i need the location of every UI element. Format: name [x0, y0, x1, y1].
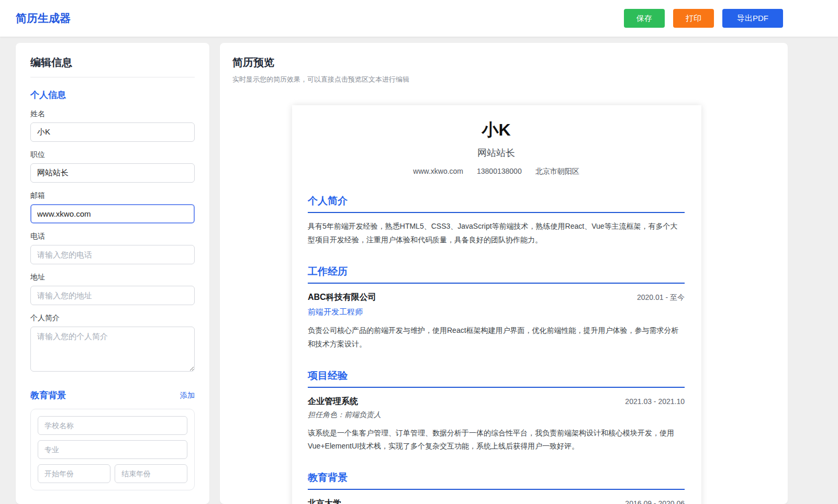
print-button[interactable]: 打印 — [673, 9, 714, 28]
preview-title: 简历预览 — [232, 55, 775, 70]
email-field-group: 邮箱 — [30, 191, 195, 223]
position-label: 职位 — [30, 150, 195, 160]
resume-contacts: www.xkwo.com 13800138000 北京市朝阳区 — [308, 167, 685, 176]
address-field-group: 地址 — [30, 273, 195, 305]
editor-panel: 编辑信息 个人信息 姓名 职位 邮箱 电话 地址 个人简介 教育背景 — [16, 43, 209, 504]
contact-address[interactable]: 北京市朝阳区 — [535, 167, 579, 176]
preview-subtitle: 实时显示您的简历效果，可以直接点击预览区文本进行编辑 — [232, 75, 775, 84]
work-company[interactable]: ABC科技有限公司 — [308, 292, 376, 303]
school-name-input[interactable] — [38, 416, 187, 435]
add-education-link[interactable]: 添加 — [180, 391, 195, 400]
email-input[interactable] — [30, 204, 195, 223]
address-input[interactable] — [30, 286, 195, 305]
app-title: 简历生成器 — [16, 11, 71, 26]
work-position[interactable]: 前端开发工程师 — [308, 307, 685, 317]
name-field-group: 姓名 — [30, 109, 195, 142]
export-pdf-button[interactable]: 导出PDF — [722, 9, 783, 28]
email-label: 邮箱 — [30, 191, 195, 200]
resume-profile-title: 个人简介 — [308, 194, 685, 213]
resume-work-title: 工作经历 — [308, 265, 685, 284]
preview-panel: 简历预览 实时显示您的简历效果，可以直接点击预览区文本进行编辑 小K 网站站长 … — [220, 43, 788, 504]
education-years-row — [38, 464, 187, 483]
education-section-title: 教育背景 — [30, 389, 66, 401]
resume-paper: 小K 网站站长 www.xkwo.com 13800138000 北京市朝阳区 … — [292, 105, 701, 504]
phone-input[interactable] — [30, 245, 195, 264]
bio-textarea[interactable] — [30, 327, 195, 372]
personal-info-section-title: 个人信息 — [30, 89, 195, 101]
education-school[interactable]: 北京大学 — [308, 498, 341, 504]
resume-profile-section: 个人简介 具有5年前端开发经验，熟悉HTML5、CSS3、JavaScript等… — [308, 194, 685, 247]
main-layout: 编辑信息 个人信息 姓名 职位 邮箱 电话 地址 个人简介 教育背景 — [0, 43, 838, 504]
end-year-input[interactable] — [115, 464, 187, 483]
bio-label: 个人简介 — [30, 313, 195, 323]
education-entry-card — [30, 409, 195, 490]
editor-title: 编辑信息 — [30, 55, 195, 77]
save-button[interactable]: 保存 — [624, 9, 665, 28]
project-role[interactable]: 担任角色：前端负责人 — [308, 410, 685, 420]
education-item-header: 北京大学 2016.09 - 2020.06 — [308, 498, 685, 504]
resume-project-title: 项目经验 — [308, 369, 685, 388]
education-section-header: 教育背景 添加 — [30, 389, 195, 401]
project-period[interactable]: 2021.03 - 2021.10 — [625, 397, 685, 406]
work-period[interactable]: 2020.01 - 至今 — [637, 293, 685, 303]
resume-profile-text[interactable]: 具有5年前端开发经验，熟悉HTML5、CSS3、JavaScript等前端技术，… — [308, 220, 685, 247]
resume-job-title[interactable]: 网站站长 — [308, 147, 685, 159]
education-period[interactable]: 2016.09 - 2020.06 — [625, 499, 685, 504]
resume-education-title: 教育背景 — [308, 471, 685, 490]
bio-field-group: 个人简介 — [30, 313, 195, 374]
project-description[interactable]: 该系统是一个集客户管理、订单管理、数据分析于一体的综合性平台，我负责前端架构设计… — [308, 427, 685, 454]
resume-project-section: 项目经验 企业管理系统 2021.03 - 2021.10 担任角色：前端负责人… — [308, 369, 685, 454]
work-item-header: ABC科技有限公司 2020.01 - 至今 — [308, 292, 685, 303]
resume-work-section: 工作经历 ABC科技有限公司 2020.01 - 至今 前端开发工程师 负责公司… — [308, 265, 685, 351]
contact-website[interactable]: www.xkwo.com — [413, 167, 463, 176]
resume-name[interactable]: 小K — [308, 119, 685, 142]
topbar-actions: 保存 打印 导出PDF — [624, 9, 783, 28]
address-label: 地址 — [30, 273, 195, 282]
major-input[interactable] — [38, 440, 187, 459]
top-bar: 简历生成器 保存 打印 导出PDF — [0, 0, 838, 37]
name-input[interactable] — [30, 122, 195, 142]
work-description[interactable]: 负责公司核心产品的前端开发与维护，使用React框架构建用户界面，优化前端性能，… — [308, 324, 685, 351]
project-item-header: 企业管理系统 2021.03 - 2021.10 — [308, 396, 685, 407]
position-input[interactable] — [30, 163, 195, 183]
resume-header: 小K 网站站长 www.xkwo.com 13800138000 北京市朝阳区 — [308, 119, 685, 176]
resume-education-section: 教育背景 北京大学 2016.09 - 2020.06 计算机科学与技术 - 本… — [308, 471, 685, 504]
contact-phone[interactable]: 13800138000 — [477, 167, 522, 176]
position-field-group: 职位 — [30, 150, 195, 183]
start-year-input[interactable] — [38, 464, 110, 483]
project-name[interactable]: 企业管理系统 — [308, 396, 358, 407]
phone-field-group: 电话 — [30, 232, 195, 264]
phone-label: 电话 — [30, 232, 195, 241]
name-label: 姓名 — [30, 109, 195, 119]
